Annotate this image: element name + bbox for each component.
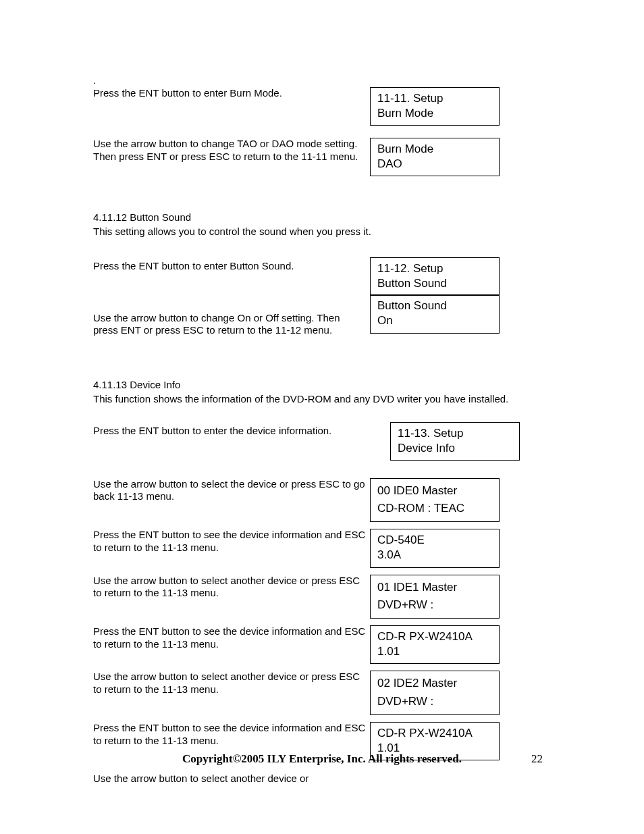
display-line: 3.0A [377,548,492,563]
display-line: DAO [377,157,492,172]
instruction-text: Press the ENT button to see the device i… [93,529,370,554]
row-device-view-1: Press the ENT button to see the device i… [93,529,552,567]
display-box-button-sound-on: Button Sound On [370,294,500,333]
instruction-text: Use the arrow button to change On or Off… [93,312,363,338]
display-line: DVD+RW : [377,596,492,614]
display-box-pxw2410a-1: CD-R PX-W2410A 1.01 [370,625,500,664]
row-device-info-enter: Press the ENT button to enter the device… [93,422,552,461]
display-line: Button Sound [377,298,492,313]
display-box-burn-mode-dao: Burn Mode DAO [370,138,500,176]
row-burn-mode-change: Use the arrow button to change TAO or DA… [93,138,552,176]
instruction-text: Use the arrow button to select the devic… [93,478,370,504]
instruction-text: Use the arrow button to select another d… [93,671,370,696]
display-line: 02 IDE2 Master [377,675,492,692]
display-line: Device Info [398,441,512,456]
row-device-view-2: Press the ENT button to see the device i… [93,625,552,664]
display-line: 11-12. Setup [377,261,492,276]
instruction-text: Press the ENT button to see the device i… [93,625,370,651]
instruction-text: Press the ENT button to enter the device… [93,422,390,438]
display-box-setup-burn-mode: 11-11. Setup Burn Mode [370,87,500,126]
display-box-setup-device-info: 11-13. Setup Device Info [390,422,520,461]
row-device-select-2: Use the arrow button to select another d… [93,575,552,619]
section-description: This setting allows you to control the s… [93,226,552,238]
display-line: On [377,313,492,328]
display-line: CD-ROM : TEAC [377,500,492,517]
stray-dot: . [93,74,552,87]
display-line: Burn Mode [377,142,492,157]
display-box-ide1-master: 01 IDE1 Master DVD+RW : [370,575,500,619]
section-description: This function shows the information of t… [93,393,552,406]
instruction-text: Use the arrow button to select another d… [93,773,552,785]
copyright-text: Copyright©2005 ILY Enterprise, Inc. All … [182,752,462,765]
display-line: 11-11. Setup [377,91,492,106]
instruction-text: Press the ENT button to enter Button Sou… [93,257,370,273]
row-burn-mode-enter: Press the ENT button to enter Burn Mode.… [93,87,552,126]
instruction-text: Press the ENT button to enter Burn Mode. [93,87,370,100]
instruction-text: Press the ENT button to see the device i… [93,722,370,748]
section-heading: 4.11.13 Device Info [93,379,552,392]
display-line: DVD+RW : [377,693,492,710]
page-footer: Copyright©2005 ILY Enterprise, Inc. All … [0,752,644,766]
display-line: 00 IDE0 Master [377,482,492,500]
display-box-ide0-master: 00 IDE0 Master CD-ROM : TEAC [370,478,500,523]
page-content: . Press the ENT button to enter Burn Mod… [93,74,552,787]
display-line: 1.01 [377,644,492,659]
display-box-setup-button-sound: 11-12. Setup Button Sound [370,257,500,296]
display-line: CD-R PX-W2410A [377,629,492,644]
display-line: Button Sound [377,276,492,291]
row-device-select-1: Use the arrow button to select the devic… [93,478,552,523]
display-line: 11-13. Setup [398,426,512,441]
display-line: CD-R PX-W2410A [377,726,492,741]
page-number: 22 [531,752,543,766]
row-device-select-3: Use the arrow button to select another d… [93,671,552,715]
display-line: Burn Mode [377,106,492,121]
section-heading: 4.11.12 Button Sound [93,211,552,224]
instruction-text: Use the arrow button to change TAO or DA… [93,138,370,163]
display-line: 01 IDE1 Master [377,579,492,596]
display-box-ide2-master: 02 IDE2 Master DVD+RW : [370,671,500,715]
instruction-text: Use the arrow button to select another d… [93,575,370,600]
display-line: CD-540E [377,533,492,548]
display-box-cd540e: CD-540E 3.0A [370,529,500,567]
